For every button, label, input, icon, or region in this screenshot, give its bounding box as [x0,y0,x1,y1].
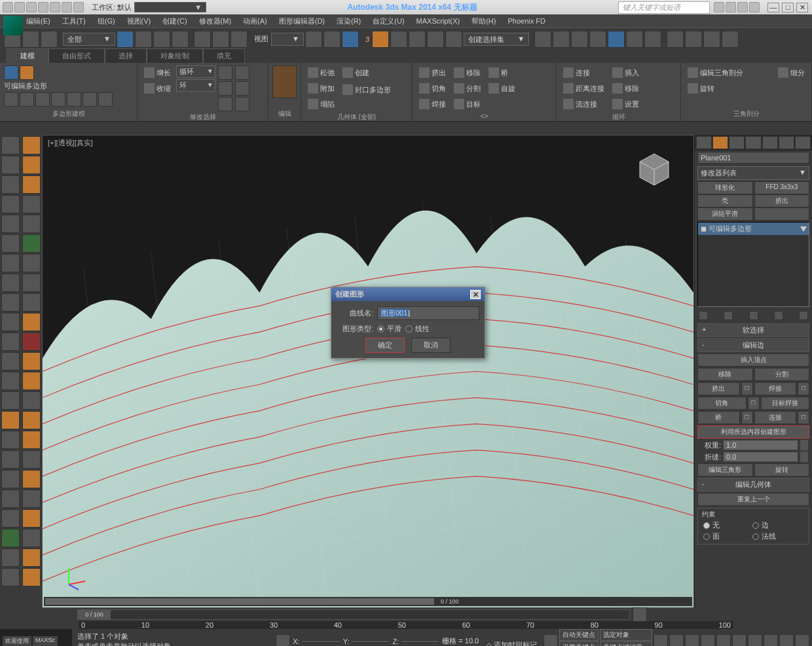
manipulate-icon[interactable] [323,31,341,48]
camera-icon[interactable] [1,215,20,233]
menu-phoenix-fd[interactable]: Phoenix FD [507,17,545,25]
edit-tri-button[interactable]: 编辑三角剖分 [685,65,746,80]
shrink-selection-button[interactable]: 收缩 [141,81,174,96]
lock-selection-icon[interactable] [276,634,290,647]
goto-start-icon[interactable] [654,634,668,647]
orbit-view-icon[interactable] [779,634,794,647]
layers-icon[interactable] [571,31,588,48]
slate-icon[interactable] [1,175,20,194]
workspace-dropdown[interactable]: ▼ [134,2,206,12]
nurms-icon[interactable] [83,92,97,107]
maximize-button[interactable]: □ [782,3,794,12]
fill-sel-icon[interactable] [235,97,249,111]
pause-icon[interactable] [22,274,41,292]
curve-name-input[interactable]: 图形001| [377,306,479,320]
border-subobj-icon[interactable] [4,92,18,107]
layer-icon[interactable] [1,195,20,213]
search-icon[interactable] [714,2,724,12]
attach-button[interactable]: 附加 [305,81,337,96]
keyboard-shortcut-icon[interactable] [342,31,359,48]
hierarchy-panel-tab[interactable] [729,136,745,149]
rotate-button-panel[interactable]: 旋转 [754,463,810,476]
weight-spinner[interactable] [800,440,808,450]
insert-loop-button[interactable]: 插入 [610,65,642,80]
ring-dropdown[interactable]: 环▾ [176,79,215,92]
next-frame-icon[interactable] [701,634,715,647]
menu-graph-editors[interactable]: 图形编辑器(D) [279,16,325,26]
snap-toggle-icon[interactable] [372,31,389,48]
menu-tools[interactable]: 工具(T) [62,16,86,26]
ref-coord-dropdown[interactable]: ▼ [271,33,304,46]
collapse-button[interactable]: 塌陷 [305,97,337,111]
display-panel-tab[interactable] [762,136,778,149]
x-coord-input[interactable] [301,640,341,643]
selected-obj-dropdown[interactable]: 选定对象 [600,629,652,641]
save-icon[interactable] [38,2,48,12]
extrude-edge-button[interactable]: 挤出 [697,382,740,395]
element-subobj-icon[interactable] [35,92,50,107]
loop-settings-button[interactable]: 设置 [610,97,642,111]
window-crossing-icon[interactable] [172,31,189,48]
target-weld-button[interactable]: 目标焊接 [761,397,810,410]
fx-icon[interactable] [1,293,20,312]
snow-icon[interactable] [22,490,41,508]
weld-edge-button[interactable]: 焊接 [754,382,797,395]
named-selection-dropdown[interactable]: 创建选择集▼ [464,33,529,46]
viewcube-icon[interactable] [635,149,674,188]
connect-edge-button[interactable]: 连接 [754,411,797,424]
show-end-result-icon[interactable] [724,311,733,320]
link-icon[interactable] [73,2,84,12]
rendered-frame-icon[interactable] [685,31,702,48]
undo-icon[interactable] [50,2,60,12]
key-icon[interactable] [544,634,558,647]
bridge-button[interactable]: 桥 [486,65,518,80]
repeat-last-button[interactable]: 重复上一个 [697,493,809,506]
pivot-center-icon[interactable] [305,31,322,48]
ring-mode-icon[interactable] [218,81,232,96]
bridge-edge-button[interactable]: 桥 [697,411,740,424]
viewport-label[interactable]: [+][透视][真实] [48,138,93,148]
set-key-button[interactable]: 设置关键点 [559,641,599,646]
move-tool-icon[interactable] [194,31,211,48]
cloud-icon[interactable] [1,274,20,292]
extrude-button[interactable]: 挤出 [416,65,449,80]
open-folder-icon[interactable] [26,2,37,12]
remove-loop-button[interactable]: 移除 [610,81,642,96]
torch-icon[interactable] [22,352,41,370]
frame-ruler[interactable]: 01020 304050 607080 90100 [79,621,733,629]
step-ring-icon[interactable] [235,81,249,96]
minimize-button[interactable]: — [767,3,779,12]
time-config-icon[interactable] [732,634,747,647]
loop-mode-icon[interactable] [218,65,232,80]
schematic-view-icon[interactable] [626,31,643,48]
stack-expand-icon[interactable] [800,226,807,232]
trackbar-icon[interactable] [633,607,647,622]
create-shape-from-sel-button[interactable]: 利用所选内容创建图形 [697,425,809,439]
empty-mod-button[interactable] [754,207,810,221]
menu-animation[interactable]: 动画(A) [243,16,267,26]
script-listener[interactable]: 欢迎使用MAXSc [0,629,72,646]
bind-space-warp-icon[interactable] [41,31,58,48]
menu-create[interactable]: 创建(C) [162,16,187,26]
weld-settings-icon[interactable]: □ [798,382,809,395]
menu-edit[interactable]: 编辑(E) [26,16,50,26]
kettle-icon[interactable] [1,372,20,390]
teapot-icon[interactable] [1,136,20,154]
teapot-render-icon[interactable] [722,31,739,48]
object-name-input[interactable]: Plane001 [697,152,809,164]
poly-subobj-icon[interactable] [20,92,34,107]
render-production-icon[interactable] [703,31,720,48]
relax-button[interactable]: 松弛 [305,65,337,80]
close-button[interactable]: ✕ [796,3,808,12]
dialog-close-button[interactable]: ✕ [470,290,481,299]
redo-icon[interactable] [62,2,72,12]
extra-panel-tab[interactable] [795,136,811,149]
linear-radio[interactable]: 线性 [405,324,430,334]
split-edge-button[interactable]: 分割 [754,368,810,381]
bonfire-icon[interactable] [22,568,41,586]
select-by-name-icon[interactable] [135,31,152,48]
sun-icon[interactable] [1,254,20,272]
soft-selection-rollout[interactable]: +软选择 [697,323,809,337]
grow-selection-button[interactable]: 增长 [141,65,174,80]
utilities-panel-tab[interactable] [779,136,794,149]
